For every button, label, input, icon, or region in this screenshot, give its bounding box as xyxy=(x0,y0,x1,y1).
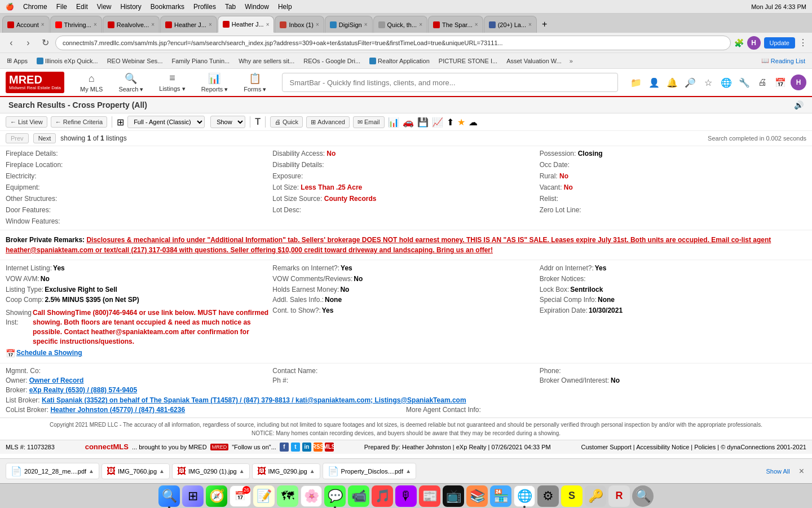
tab-heather1[interactable]: Heather J... × xyxy=(160,16,217,33)
schedule-showing-link[interactable]: Schedule a Showing xyxy=(16,348,82,360)
bookmarks-menu[interactable]: Bookmarks xyxy=(151,3,184,11)
chart-icon[interactable]: 📊 xyxy=(388,117,399,128)
bell-icon[interactable]: 🔔 xyxy=(664,75,680,90)
bar-chart-icon[interactable]: 📈 xyxy=(432,117,443,128)
car-icon[interactable]: 🚗 xyxy=(403,117,414,128)
contact-icon[interactable]: 👤 xyxy=(646,75,662,90)
facebook-icon[interactable]: f xyxy=(280,443,289,452)
bookmark-reading-list[interactable]: 📖 Reading List xyxy=(759,56,807,65)
colist-broker-value[interactable]: Heather Johnston (45770) / (847) 481-623… xyxy=(50,406,185,414)
prev-button[interactable]: Prev xyxy=(6,133,29,143)
window-menu[interactable]: Window xyxy=(245,3,269,11)
bookmark-picture-stone[interactable]: PICTURE STONE I... xyxy=(436,56,500,65)
list-broker-value[interactable]: Kati Spaniak (33522) on behalf of The Sp… xyxy=(42,396,466,404)
profile-icon[interactable]: H xyxy=(747,36,761,50)
tab-account-close[interactable]: × xyxy=(41,21,45,28)
tab-digisign-close[interactable]: × xyxy=(364,21,368,28)
tab-realvolve-close[interactable]: × xyxy=(151,21,155,28)
tab-inbox-close[interactable]: × xyxy=(316,21,319,28)
tab-digisign[interactable]: DigiSign × xyxy=(325,16,373,33)
user-profile-icon[interactable]: H xyxy=(791,75,806,90)
calendar-icon[interactable]: 📅 xyxy=(773,75,788,90)
tools-icon[interactable]: 🔧 xyxy=(736,75,752,90)
tab-thriving-close[interactable]: × xyxy=(94,21,97,28)
tab-inbox[interactable]: Inbox (1) × xyxy=(275,16,324,33)
menu-icon[interactable]: ⋮ xyxy=(798,37,807,48)
nav-forms[interactable]: 📋 Forms ▾ xyxy=(238,70,272,95)
profiles-menu[interactable]: Profiles xyxy=(193,3,216,11)
tab-thriving[interactable]: Thriving... × xyxy=(50,16,102,33)
tab-spaniak-close[interactable]: × xyxy=(475,21,478,28)
new-tab-button[interactable]: + xyxy=(537,17,551,32)
magnify-icon[interactable]: 🔎 xyxy=(682,75,698,90)
bookmark-more-icon[interactable]: » xyxy=(570,58,573,64)
rss-icon[interactable]: RSS xyxy=(314,443,323,452)
tab-spaniak-favicon xyxy=(433,21,440,28)
mls-app: MRED Midwest Real Estate Data ⌂ My MLS 🔍… xyxy=(0,69,812,454)
nav-listings[interactable]: ≡ Listings ▾ xyxy=(153,70,191,95)
help-menu[interactable]: Help xyxy=(278,3,292,11)
nav-my-mls[interactable]: ⌂ My MLS xyxy=(74,71,108,95)
bookmark-reo-webinar[interactable]: REO Webinar Ses... xyxy=(105,56,165,65)
bookmark-apps[interactable]: ⊞ Apps xyxy=(5,56,30,65)
tab-heather1-close[interactable]: × xyxy=(209,21,212,28)
mls-social-icon[interactable]: MLS xyxy=(325,443,334,452)
star-toolbar-icon[interactable]: ★ xyxy=(457,117,465,128)
print-icon[interactable]: 🖨 xyxy=(754,75,770,90)
text-icon[interactable]: T xyxy=(255,117,261,127)
history-menu[interactable]: History xyxy=(121,3,142,11)
nav-reports[interactable]: 📊 Reports ▾ xyxy=(196,70,234,95)
bookmark-asset-val[interactable]: Asset Valuation W... xyxy=(504,56,564,65)
back-button[interactable]: ‹ xyxy=(5,36,18,50)
volume-icon[interactable]: 🔊 xyxy=(794,100,804,110)
folder-icon[interactable]: 📁 xyxy=(628,75,644,90)
grid-view-icon[interactable]: ⊞ xyxy=(117,117,124,128)
owner-value[interactable]: Owner of Record xyxy=(29,376,84,384)
edit-menu[interactable]: Edit xyxy=(76,3,88,11)
tab-menu[interactable]: Tab xyxy=(225,3,236,11)
globe-icon[interactable]: 🌐 xyxy=(718,75,734,90)
tab-heather2[interactable]: Heather J... × xyxy=(218,16,275,33)
tab-quick-label: Quick, th... xyxy=(387,21,417,28)
bookmark-sellers[interactable]: Why are sellers sit... xyxy=(236,56,297,65)
show-select[interactable]: Show Hide xyxy=(210,116,245,128)
file-menu[interactable]: File xyxy=(56,3,67,11)
linkedin-icon[interactable]: in xyxy=(302,443,311,452)
quick-print-button[interactable]: 🖨 Quick xyxy=(270,116,303,128)
detail-row-1: Fireplace Details: Disability Access: No… xyxy=(6,148,806,159)
tab-facebook-close[interactable]: × xyxy=(528,21,532,28)
tab-quick[interactable]: Quick, th... × xyxy=(373,16,427,33)
nav-search[interactable]: 🔍 Search ▾ xyxy=(113,70,149,95)
refresh-button[interactable]: ↻ xyxy=(38,36,52,50)
next-button[interactable]: Next xyxy=(33,133,56,143)
chrome-menu[interactable]: Chrome xyxy=(23,3,47,11)
broker-value[interactable]: eXp Realty (6530) / (888) 574-9405 xyxy=(29,386,137,394)
view-menu[interactable]: View xyxy=(97,3,112,11)
cloud-icon[interactable]: ☁ xyxy=(469,117,478,128)
twitter-icon[interactable]: t xyxy=(291,443,300,452)
bookmark-realtor[interactable]: Realtor Application xyxy=(367,56,432,65)
save-icon[interactable]: 💾 xyxy=(417,117,429,128)
url-input[interactable] xyxy=(55,36,731,50)
advanced-button[interactable]: ⊞ Advanced xyxy=(306,116,350,128)
list-view-button[interactable]: ← List View xyxy=(6,116,47,128)
update-button[interactable]: Update xyxy=(764,37,795,49)
view-select[interactable]: Full - Agent (Classic) Summary Brief xyxy=(127,116,205,128)
up-arrow-icon[interactable]: ⬆ xyxy=(447,117,454,128)
smartbar-input[interactable] xyxy=(282,73,618,92)
forward-button[interactable]: › xyxy=(21,36,35,50)
bookmark-reos[interactable]: REOs - Google Dri... xyxy=(301,56,363,65)
bookmark-family-piano[interactable]: Family Piano Tunin... xyxy=(169,56,232,65)
tab-spaniak[interactable]: The Spar... × xyxy=(428,16,483,33)
tab-quick-close[interactable]: × xyxy=(419,21,422,28)
broker-remarks-text[interactable]: Disclosures & mechanical info under "Add… xyxy=(6,236,771,254)
star-icon[interactable]: ☆ xyxy=(700,75,716,90)
tab-account[interactable]: Account × xyxy=(2,16,50,33)
refine-criteria-button[interactable]: ← Refine Criteria xyxy=(51,116,107,128)
bookmark-illinois[interactable]: Illinois eXp Quick... xyxy=(34,56,100,65)
email-button[interactable]: ✉ Email xyxy=(353,116,385,128)
apple-menu[interactable]: 🍎 xyxy=(6,3,14,11)
tab-heather2-close[interactable]: × xyxy=(266,21,270,28)
tab-realvolve[interactable]: Realvolve... × xyxy=(103,16,160,33)
tab-facebook[interactable]: (20+) La... × xyxy=(484,16,537,33)
